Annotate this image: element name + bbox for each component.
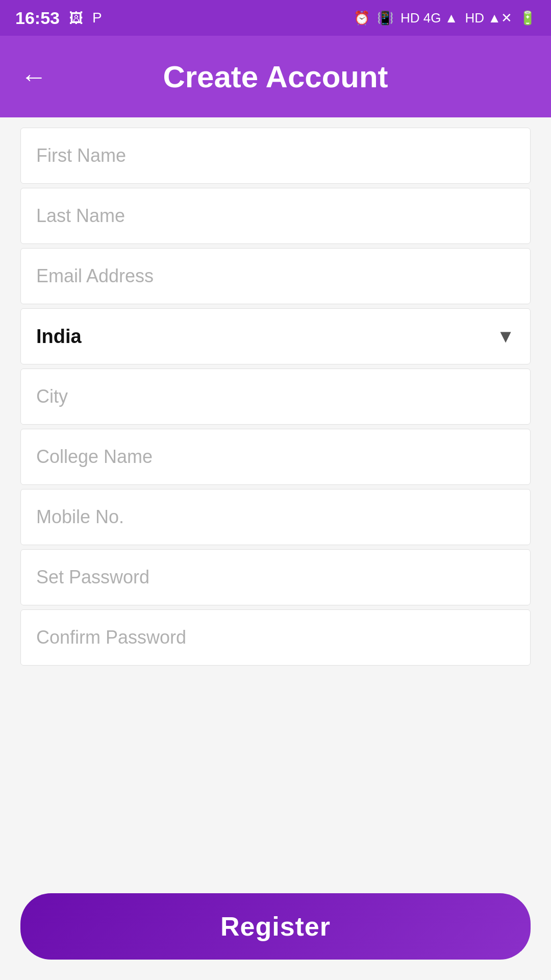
chevron-down-icon: ▼ — [496, 326, 515, 347]
last-name-field — [20, 188, 531, 244]
gallery-icon: 🖼 — [69, 10, 83, 27]
create-account-form: India ▼ — [0, 117, 551, 762]
first-name-input[interactable] — [36, 145, 515, 166]
vibrate-icon: 📳 — [377, 10, 393, 26]
alarm-icon: ⏰ — [354, 10, 370, 26]
register-button[interactable]: Register — [20, 893, 531, 960]
email-input[interactable] — [36, 265, 515, 287]
network-hd-4g: HD 4G ▲ — [400, 10, 458, 26]
email-field — [20, 248, 531, 304]
city-input[interactable] — [36, 386, 515, 407]
status-time: 16:53 — [15, 8, 60, 28]
country-select-value: India — [36, 326, 82, 348]
battery-icon: 🔋 — [519, 10, 536, 26]
last-name-input[interactable] — [36, 205, 515, 227]
password-input[interactable] — [36, 567, 515, 588]
confirm-password-field — [20, 609, 531, 666]
confirm-password-input[interactable] — [36, 627, 515, 648]
register-btn-container: Register — [0, 883, 551, 980]
status-left: 16:53 🖼 P — [15, 8, 102, 28]
password-field — [20, 549, 531, 605]
status-right: ⏰ 📳 HD 4G ▲ HD ▲✕ 🔋 — [354, 10, 536, 26]
mobile-field — [20, 489, 531, 545]
network-hd: HD ▲✕ — [465, 10, 512, 26]
college-name-field — [20, 429, 531, 485]
status-bar: 16:53 🖼 P ⏰ 📳 HD 4G ▲ HD ▲✕ 🔋 — [0, 0, 551, 36]
header: ← Create Account — [0, 36, 551, 117]
mobile-input[interactable] — [36, 506, 515, 528]
parking-icon: P — [92, 10, 102, 26]
page-title: Create Account — [163, 59, 388, 94]
college-name-input[interactable] — [36, 446, 515, 468]
back-button[interactable]: ← — [20, 63, 47, 90]
first-name-field — [20, 128, 531, 184]
city-field — [20, 369, 531, 425]
country-select-field[interactable]: India ▼ — [20, 308, 531, 364]
